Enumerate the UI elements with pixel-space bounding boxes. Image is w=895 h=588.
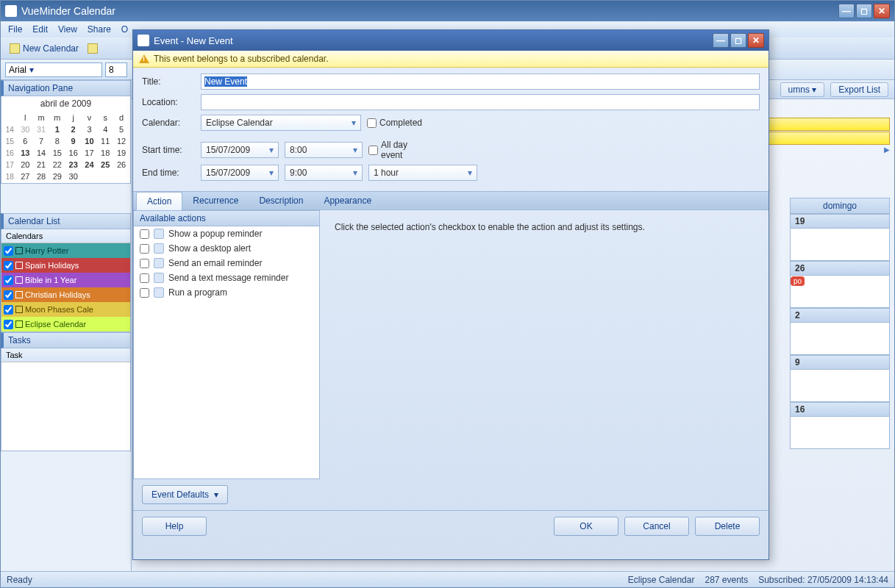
day-cell[interactable]: 16 [790,402,890,449]
mini-day[interactable]: 15 [50,148,65,158]
calendar-item[interactable]: Bible in 1 Year [1,273,130,287]
new-calendar-button[interactable]: New Calendar [5,42,83,55]
cancel-button[interactable]: Cancel [624,517,689,536]
mini-day[interactable]: 11 [98,136,113,146]
action-item[interactable]: Send a text message reminder [134,270,319,285]
mini-calendar[interactable]: lmmjvsd143031123451567891011121613141516… [1,111,130,183]
mini-day[interactable]: 28 [34,171,49,182]
mini-day[interactable]: 9 [66,136,81,146]
mini-day[interactable] [114,171,129,182]
tab-recurrence[interactable]: Recurrence [182,192,249,209]
dialog-titlebar[interactable]: Event - New Event — ◻ ✕ [133,30,769,51]
event-badge[interactable]: po [791,276,805,286]
calendar-item[interactable]: Christian Holidays [1,287,130,302]
action-checkbox[interactable] [140,259,149,268]
mini-day[interactable]: 8 [50,136,65,146]
action-item[interactable]: Send an email reminder [134,256,319,270]
dialog-close-button[interactable]: ✕ [748,33,764,48]
calendar-item[interactable]: Spain Holidays [1,258,130,273]
title-input[interactable]: New Event [201,74,760,90]
tab-appearance[interactable]: Appearance [313,192,382,209]
mini-day[interactable]: 14 [34,148,49,158]
dialog-minimize-button[interactable]: — [713,33,729,48]
mini-day[interactable]: 18 [98,148,113,158]
calendar-list-header[interactable]: Calendar List [1,213,131,229]
action-checkbox[interactable] [140,244,149,254]
help-button[interactable]: Help [142,517,207,536]
mini-day[interactable]: 23 [66,159,81,170]
task-column-header[interactable]: Task [1,348,130,362]
mini-day[interactable]: 16 [66,148,81,158]
mini-day[interactable]: 30 [18,124,32,135]
mini-day[interactable]: 29 [50,171,65,182]
calendar-item[interactable]: Eclipse Calendar [1,317,130,331]
all-day-checkbox[interactable]: All day event [368,140,421,160]
menu-view[interactable]: View [54,23,82,36]
menu-more[interactable]: O [117,23,132,36]
calendar-checkbox[interactable] [4,305,13,315]
location-input[interactable] [201,94,760,110]
action-item[interactable]: Run a program [134,285,319,300]
mini-day[interactable]: 31 [34,124,49,135]
mini-day[interactable]: 22 [50,159,65,170]
delete-button[interactable]: Delete [695,517,760,536]
mini-day[interactable]: 2 [66,124,81,135]
font-family-combo[interactable]: Arial▾ [5,62,102,77]
tasks-header[interactable]: Tasks [1,332,131,348]
calendar-item[interactable]: Harry Potter [1,243,130,258]
day-cell[interactable]: 9 [790,355,890,402]
mini-day[interactable]: 17 [82,148,97,158]
start-time-combo[interactable]: 8:00▾ [285,142,363,158]
main-close-button[interactable]: ✕ [874,4,890,18]
end-date-combo[interactable]: 15/07/2009▾ [201,165,279,181]
calendar-checkbox[interactable] [4,290,13,300]
menu-share[interactable]: Share [83,23,115,36]
main-maximize-button[interactable]: ◻ [856,4,872,18]
mini-day[interactable]: 4 [98,124,113,135]
mini-day[interactable]: 30 [66,171,81,182]
calendar-item[interactable]: Moon Phases Cale [1,302,130,317]
action-item[interactable]: Show a desktop alert [134,241,319,256]
mini-day[interactable]: 19 [114,148,129,158]
completed-checkbox[interactable]: Completed [367,118,420,128]
columns-button[interactable]: umns ▾ [780,82,825,97]
start-date-combo[interactable]: 15/07/2009▾ [201,142,279,158]
mini-day[interactable]: 13 [18,148,32,158]
day-cell[interactable]: 26po [790,261,890,308]
action-checkbox[interactable] [140,288,149,298]
duration-combo[interactable]: 1 hour▾ [368,165,477,181]
day-cell[interactable]: 2 [790,308,890,355]
action-item[interactable]: Show a popup reminder [134,226,319,241]
mini-day[interactable]: 10 [82,136,97,146]
ok-button[interactable]: OK [554,517,618,536]
end-time-combo[interactable]: 9:00▾ [285,165,363,181]
mini-day[interactable]: 6 [18,136,32,146]
main-titlebar[interactable]: VueMinder Calendar — ◻ ✕ [1,1,894,21]
main-minimize-button[interactable]: — [838,4,855,18]
calendar-combo[interactable]: Eclipse Calendar▾ [201,115,361,131]
mini-day[interactable]: 7 [34,136,49,146]
tab-action[interactable]: Action [136,192,182,210]
mini-day[interactable]: 12 [114,136,129,146]
toolbar-icon-2[interactable] [88,43,98,54]
calendar-checkbox[interactable] [4,246,13,256]
mini-day[interactable]: 21 [34,159,49,170]
mini-day[interactable]: 20 [18,159,32,170]
mini-day[interactable] [82,171,97,182]
mini-day[interactable]: 25 [98,159,113,170]
mini-day[interactable]: 1 [50,124,65,135]
mini-day[interactable]: 27 [18,171,32,182]
menu-file[interactable]: File [4,23,26,36]
export-list-button[interactable]: Export List [830,82,888,97]
tab-description[interactable]: Description [249,192,313,209]
calendar-checkbox[interactable] [4,276,13,285]
mini-day[interactable]: 24 [82,159,97,170]
mini-day[interactable]: 26 [114,159,129,170]
mini-day[interactable]: 3 [82,124,97,135]
day-cell[interactable]: 19 [790,214,890,261]
font-size-combo[interactable]: 8 [105,62,127,77]
dialog-maximize-button[interactable]: ◻ [730,33,746,48]
mini-day[interactable] [98,171,113,182]
calendar-checkbox[interactable] [4,261,13,270]
calendar-checkbox[interactable] [4,320,13,329]
